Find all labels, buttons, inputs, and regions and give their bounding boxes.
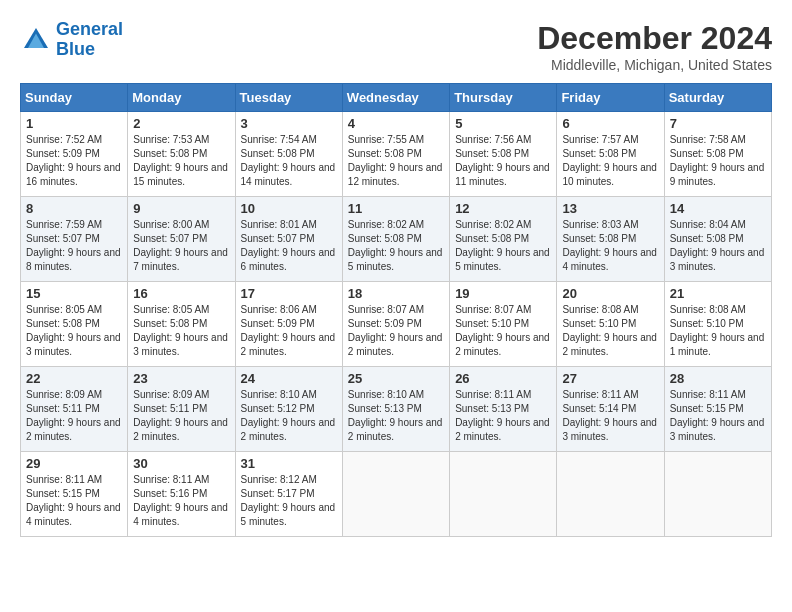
week-row-1: 1 Sunrise: 7:52 AMSunset: 5:09 PMDayligh… [21, 112, 772, 197]
logo: General Blue [20, 20, 123, 60]
logo-general: General [56, 19, 123, 39]
day-number: 31 [241, 456, 337, 471]
day-info: Sunrise: 7:56 AMSunset: 5:08 PMDaylight:… [455, 133, 551, 189]
day-cell: 19 Sunrise: 8:07 AMSunset: 5:10 PMDaylig… [450, 282, 557, 367]
header-row: SundayMondayTuesdayWednesdayThursdayFrid… [21, 84, 772, 112]
day-info: Sunrise: 8:04 AMSunset: 5:08 PMDaylight:… [670, 218, 766, 274]
day-cell: 11 Sunrise: 8:02 AMSunset: 5:08 PMDaylig… [342, 197, 449, 282]
day-info: Sunrise: 8:11 AMSunset: 5:16 PMDaylight:… [133, 473, 229, 529]
day-number: 30 [133, 456, 229, 471]
day-cell: 10 Sunrise: 8:01 AMSunset: 5:07 PMDaylig… [235, 197, 342, 282]
day-number: 3 [241, 116, 337, 131]
day-info: Sunrise: 8:07 AMSunset: 5:10 PMDaylight:… [455, 303, 551, 359]
day-cell: 8 Sunrise: 7:59 AMSunset: 5:07 PMDayligh… [21, 197, 128, 282]
day-info: Sunrise: 8:11 AMSunset: 5:15 PMDaylight:… [26, 473, 122, 529]
day-info: Sunrise: 8:05 AMSunset: 5:08 PMDaylight:… [26, 303, 122, 359]
day-info: Sunrise: 8:10 AMSunset: 5:13 PMDaylight:… [348, 388, 444, 444]
day-number: 10 [241, 201, 337, 216]
day-info: Sunrise: 8:12 AMSunset: 5:17 PMDaylight:… [241, 473, 337, 529]
day-number: 25 [348, 371, 444, 386]
day-cell: 12 Sunrise: 8:02 AMSunset: 5:08 PMDaylig… [450, 197, 557, 282]
day-info: Sunrise: 7:53 AMSunset: 5:08 PMDaylight:… [133, 133, 229, 189]
day-info: Sunrise: 8:09 AMSunset: 5:11 PMDaylight:… [26, 388, 122, 444]
page-header: General Blue December 2024 Middleville, … [20, 20, 772, 73]
day-info: Sunrise: 8:09 AMSunset: 5:11 PMDaylight:… [133, 388, 229, 444]
day-cell: 31 Sunrise: 8:12 AMSunset: 5:17 PMDaylig… [235, 452, 342, 537]
day-info: Sunrise: 8:11 AMSunset: 5:15 PMDaylight:… [670, 388, 766, 444]
day-number: 16 [133, 286, 229, 301]
day-number: 2 [133, 116, 229, 131]
day-number: 5 [455, 116, 551, 131]
day-info: Sunrise: 7:54 AMSunset: 5:08 PMDaylight:… [241, 133, 337, 189]
header-monday: Monday [128, 84, 235, 112]
day-cell: 3 Sunrise: 7:54 AMSunset: 5:08 PMDayligh… [235, 112, 342, 197]
day-cell: 16 Sunrise: 8:05 AMSunset: 5:08 PMDaylig… [128, 282, 235, 367]
day-info: Sunrise: 8:11 AMSunset: 5:14 PMDaylight:… [562, 388, 658, 444]
day-info: Sunrise: 8:11 AMSunset: 5:13 PMDaylight:… [455, 388, 551, 444]
day-cell: 17 Sunrise: 8:06 AMSunset: 5:09 PMDaylig… [235, 282, 342, 367]
header-saturday: Saturday [664, 84, 771, 112]
day-cell: 13 Sunrise: 8:03 AMSunset: 5:08 PMDaylig… [557, 197, 664, 282]
day-number: 27 [562, 371, 658, 386]
day-number: 20 [562, 286, 658, 301]
day-number: 7 [670, 116, 766, 131]
day-info: Sunrise: 7:55 AMSunset: 5:08 PMDaylight:… [348, 133, 444, 189]
day-number: 23 [133, 371, 229, 386]
day-info: Sunrise: 7:58 AMSunset: 5:08 PMDaylight:… [670, 133, 766, 189]
day-number: 29 [26, 456, 122, 471]
header-wednesday: Wednesday [342, 84, 449, 112]
header-sunday: Sunday [21, 84, 128, 112]
day-number: 15 [26, 286, 122, 301]
header-tuesday: Tuesday [235, 84, 342, 112]
day-cell: 5 Sunrise: 7:56 AMSunset: 5:08 PMDayligh… [450, 112, 557, 197]
day-info: Sunrise: 8:05 AMSunset: 5:08 PMDaylight:… [133, 303, 229, 359]
day-cell: 20 Sunrise: 8:08 AMSunset: 5:10 PMDaylig… [557, 282, 664, 367]
day-number: 26 [455, 371, 551, 386]
day-number: 28 [670, 371, 766, 386]
day-cell: 22 Sunrise: 8:09 AMSunset: 5:11 PMDaylig… [21, 367, 128, 452]
day-number: 19 [455, 286, 551, 301]
day-cell: 28 Sunrise: 8:11 AMSunset: 5:15 PMDaylig… [664, 367, 771, 452]
header-thursday: Thursday [450, 84, 557, 112]
day-info: Sunrise: 8:07 AMSunset: 5:09 PMDaylight:… [348, 303, 444, 359]
day-info: Sunrise: 8:01 AMSunset: 5:07 PMDaylight:… [241, 218, 337, 274]
location: Middleville, Michigan, United States [537, 57, 772, 73]
day-number: 12 [455, 201, 551, 216]
day-info: Sunrise: 8:06 AMSunset: 5:09 PMDaylight:… [241, 303, 337, 359]
day-number: 24 [241, 371, 337, 386]
day-info: Sunrise: 8:02 AMSunset: 5:08 PMDaylight:… [348, 218, 444, 274]
day-info: Sunrise: 8:10 AMSunset: 5:12 PMDaylight:… [241, 388, 337, 444]
week-row-5: 29 Sunrise: 8:11 AMSunset: 5:15 PMDaylig… [21, 452, 772, 537]
day-info: Sunrise: 7:59 AMSunset: 5:07 PMDaylight:… [26, 218, 122, 274]
logo-text: General Blue [56, 20, 123, 60]
day-cell: 1 Sunrise: 7:52 AMSunset: 5:09 PMDayligh… [21, 112, 128, 197]
week-row-2: 8 Sunrise: 7:59 AMSunset: 5:07 PMDayligh… [21, 197, 772, 282]
calendar-table: SundayMondayTuesdayWednesdayThursdayFrid… [20, 83, 772, 537]
day-cell: 4 Sunrise: 7:55 AMSunset: 5:08 PMDayligh… [342, 112, 449, 197]
logo-icon [20, 24, 52, 56]
day-cell: 14 Sunrise: 8:04 AMSunset: 5:08 PMDaylig… [664, 197, 771, 282]
day-cell: 9 Sunrise: 8:00 AMSunset: 5:07 PMDayligh… [128, 197, 235, 282]
day-info: Sunrise: 8:02 AMSunset: 5:08 PMDaylight:… [455, 218, 551, 274]
title-area: December 2024 Middleville, Michigan, Uni… [537, 20, 772, 73]
day-cell [664, 452, 771, 537]
day-number: 13 [562, 201, 658, 216]
day-cell [450, 452, 557, 537]
day-number: 8 [26, 201, 122, 216]
day-number: 18 [348, 286, 444, 301]
day-cell: 26 Sunrise: 8:11 AMSunset: 5:13 PMDaylig… [450, 367, 557, 452]
week-row-4: 22 Sunrise: 8:09 AMSunset: 5:11 PMDaylig… [21, 367, 772, 452]
day-cell [342, 452, 449, 537]
day-cell: 25 Sunrise: 8:10 AMSunset: 5:13 PMDaylig… [342, 367, 449, 452]
day-number: 4 [348, 116, 444, 131]
day-info: Sunrise: 8:03 AMSunset: 5:08 PMDaylight:… [562, 218, 658, 274]
day-number: 21 [670, 286, 766, 301]
day-cell: 21 Sunrise: 8:08 AMSunset: 5:10 PMDaylig… [664, 282, 771, 367]
day-number: 1 [26, 116, 122, 131]
day-cell [557, 452, 664, 537]
day-cell: 24 Sunrise: 8:10 AMSunset: 5:12 PMDaylig… [235, 367, 342, 452]
day-info: Sunrise: 7:57 AMSunset: 5:08 PMDaylight:… [562, 133, 658, 189]
header-friday: Friday [557, 84, 664, 112]
day-cell: 2 Sunrise: 7:53 AMSunset: 5:08 PMDayligh… [128, 112, 235, 197]
day-number: 6 [562, 116, 658, 131]
